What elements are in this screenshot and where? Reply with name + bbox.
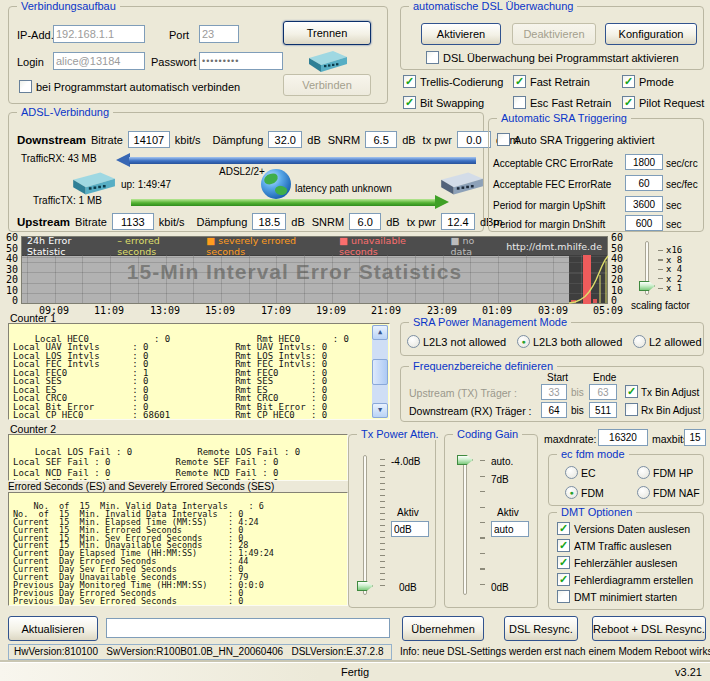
coding-gain-aktiv-value[interactable] bbox=[491, 521, 529, 537]
y-tick-left: 30 bbox=[0, 264, 18, 275]
fdm-hp-radio[interactable] bbox=[637, 466, 650, 479]
us-snrm-input[interactable] bbox=[349, 213, 381, 230]
us-att-unit: dB bbox=[291, 216, 304, 228]
activate-button[interactable]: Aktivieren bbox=[421, 23, 501, 45]
disconnect-button[interactable]: Trennen bbox=[283, 21, 371, 45]
dmt-minimiert-label: DMT minimiert starten bbox=[574, 591, 677, 603]
rx-bin-adjust-checkbox[interactable] bbox=[625, 403, 638, 416]
refresh-button[interactable]: Aktualisieren bbox=[8, 616, 98, 641]
l2-allowed-radio[interactable] bbox=[633, 335, 646, 348]
esses-text: No. of 15 Min. Valid Data Intervals : 6 … bbox=[13, 501, 274, 606]
ds-txpwr-input[interactable] bbox=[457, 131, 491, 148]
coding-gain-slider[interactable] bbox=[463, 455, 467, 595]
atm-traffic-checkbox[interactable]: ✓ bbox=[557, 539, 570, 552]
deactivate-button[interactable]: Deaktivieren bbox=[512, 23, 596, 45]
ip-input[interactable] bbox=[53, 25, 145, 43]
status-text: Fertig bbox=[0, 666, 710, 678]
scaling-slider-thumb[interactable] bbox=[639, 281, 655, 291]
ds-snrm-input[interactable] bbox=[365, 131, 397, 148]
fec-rate-input[interactable] bbox=[625, 175, 663, 191]
us-bitrate-input[interactable] bbox=[112, 213, 154, 230]
login-input[interactable] bbox=[53, 52, 145, 70]
dsl-resync-button[interactable]: DSL Resync. bbox=[504, 616, 578, 641]
x-tick: 13:09 bbox=[143, 305, 187, 316]
error-statistics-chart: 60 50 40 30 20 10 0 15-Min Interval Erro… bbox=[0, 233, 710, 317]
ds-bitrate-input[interactable] bbox=[128, 131, 170, 148]
esc-fast-retrain-checkbox[interactable] bbox=[513, 96, 526, 109]
rx-end-input[interactable] bbox=[589, 402, 617, 418]
versions-daten-checkbox[interactable]: ✓ bbox=[557, 522, 570, 535]
command-input[interactable] bbox=[106, 618, 390, 638]
trellis-checkbox[interactable]: ✓ bbox=[403, 75, 416, 88]
us-txpwr-input[interactable] bbox=[441, 213, 475, 230]
rx-bin-adjust-label: Rx Bin Adjust bbox=[641, 405, 700, 416]
dmt-options-title: DMT Optionen bbox=[557, 506, 636, 518]
rx-start-input[interactable] bbox=[541, 402, 567, 418]
l2l3-not-allowed-radio[interactable] bbox=[407, 335, 420, 348]
maxdnrate-input[interactable] bbox=[598, 429, 648, 446]
monitor-startup-label: DSL Überwachung bei Programmstart aktivi… bbox=[443, 52, 679, 64]
scroll-down-icon[interactable]: ▼ bbox=[372, 403, 388, 418]
x-tick: 23:09 bbox=[420, 305, 464, 316]
tx-bin-adjust-checkbox[interactable]: ✓ bbox=[625, 385, 638, 398]
rx-bis-label: bis bbox=[571, 405, 584, 416]
y-tick-right: 10 bbox=[611, 285, 633, 296]
l2l3-both-allowed-radio[interactable]: ● bbox=[517, 335, 530, 348]
monitoring-group: automatische DSL Überwachung Aktivieren … bbox=[400, 6, 704, 70]
tx-power-slider[interactable] bbox=[363, 455, 367, 595]
crc-rate-unit: sec/crc bbox=[666, 158, 698, 169]
ds-attenuation-input[interactable] bbox=[268, 131, 302, 148]
tx-power-group: Tx Power Atten. -4.0dB Aktiv 0dB bbox=[348, 434, 436, 608]
fehlerdiagramm-checkbox[interactable]: ✓ bbox=[557, 573, 570, 586]
auto-sra-checkbox[interactable] bbox=[497, 133, 510, 146]
esc-fast-retrain-label: Esc Fast Retrain bbox=[530, 97, 611, 109]
upshift-input[interactable] bbox=[625, 196, 663, 212]
fast-retrain-checkbox[interactable]: ✓ bbox=[513, 75, 526, 88]
scrollbar-thumb[interactable] bbox=[372, 359, 388, 385]
reboot-resync-button[interactable]: Reboot + DSL Resync. bbox=[592, 616, 706, 641]
maxbits-input[interactable] bbox=[684, 429, 706, 446]
upshift-unit: sec bbox=[666, 200, 682, 211]
tx-start-input[interactable] bbox=[541, 384, 567, 400]
configuration-button[interactable]: Konfiguration bbox=[605, 23, 697, 45]
connect-button[interactable]: Verbinden bbox=[283, 74, 371, 96]
crc-rate-input[interactable] bbox=[625, 154, 663, 170]
ec-radio[interactable] bbox=[565, 466, 578, 479]
counter1-scrollbar[interactable]: ▲ ▼ bbox=[372, 325, 388, 418]
coding-gain-slider-thumb[interactable] bbox=[457, 455, 473, 465]
fdm-naf-radio[interactable] bbox=[637, 486, 650, 499]
tx-end-input[interactable] bbox=[589, 384, 617, 400]
dmt-minimiert-checkbox[interactable] bbox=[557, 590, 570, 603]
pilot-request-checkbox[interactable]: ✓ bbox=[622, 96, 635, 109]
y-tick-left: 40 bbox=[0, 253, 18, 264]
password-input[interactable] bbox=[199, 52, 283, 70]
chart-series bbox=[569, 255, 609, 304]
tx-power-aktiv-value[interactable] bbox=[391, 521, 429, 537]
trellis-label: Trellis-Codierung bbox=[420, 76, 503, 88]
scaling-option: x 2 bbox=[666, 274, 682, 284]
tx-power-slider-thumb[interactable] bbox=[357, 581, 373, 591]
fast-retrain-label: Fast Retrain bbox=[530, 76, 590, 88]
fdm-radio[interactable]: ● bbox=[565, 486, 578, 499]
autoconnect-checkbox[interactable] bbox=[19, 80, 32, 93]
monitor-startup-checkbox[interactable] bbox=[426, 51, 439, 64]
port-input[interactable] bbox=[199, 25, 239, 43]
dmt-options-group: DMT Optionen ✓ Versions Daten auslesen ✓… bbox=[548, 512, 704, 610]
tx-power-bottom-label: 0dB bbox=[399, 582, 417, 593]
connection-group-title: Verbindungsaufbau bbox=[17, 0, 120, 12]
scroll-up-icon[interactable]: ▲ bbox=[372, 325, 388, 340]
tx-bis-label: bis bbox=[571, 387, 584, 398]
ds-bitrate-label: Bitrate bbox=[91, 134, 123, 146]
legend-severely-errored-seconds: ■ severely errored seconds bbox=[206, 235, 328, 257]
fehlerzaehler-checkbox[interactable]: ✓ bbox=[557, 556, 570, 569]
bit-swapping-checkbox[interactable]: ✓ bbox=[403, 96, 416, 109]
apply-button[interactable]: Übernehmen bbox=[402, 616, 484, 641]
dnshift-input[interactable] bbox=[625, 215, 663, 231]
tx-power-ticks bbox=[380, 459, 385, 591]
us-att-label: Dämpfung bbox=[197, 216, 248, 228]
us-attenuation-input[interactable] bbox=[252, 213, 286, 230]
y-tick-right: 20 bbox=[611, 274, 633, 285]
x-tick: 01:09 bbox=[475, 305, 519, 316]
counter1-box: Local HEC0 : 0 Rmt HEC0 : 0 Local UAV In… bbox=[8, 323, 390, 420]
pmode-checkbox[interactable]: ✓ bbox=[622, 75, 635, 88]
